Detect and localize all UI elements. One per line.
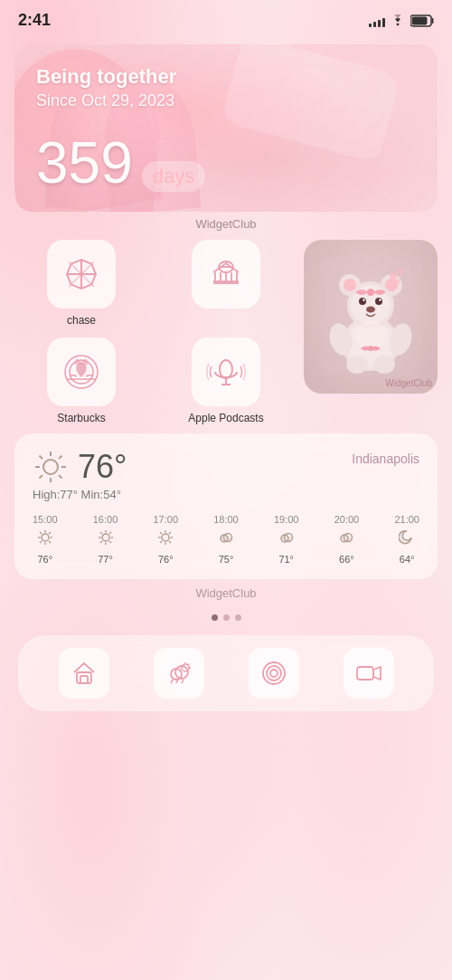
hour-time: 20:00 [334,514,360,525]
svg-line-74 [109,541,111,543]
svg-point-38 [366,307,375,313]
page-dot-1[interactable] [212,614,218,621]
hour-time: 15:00 [33,514,58,525]
svg-rect-96 [80,676,88,683]
svg-line-58 [40,475,43,479]
starbucks-icon[interactable] [47,338,116,406]
svg-point-43 [398,269,403,274]
starbucks-label: Starbucks [57,412,105,424]
bank-icon[interactable] [192,240,260,309]
hour-time: 16:00 [93,514,118,525]
bank-logo-svg [206,254,246,294]
dock [18,635,434,711]
weather-city: Indianapolis [352,452,419,466]
teddy-bear-image: WidgetClub [304,240,438,394]
svg-point-108 [270,670,278,677]
svg-line-55 [40,456,43,460]
status-icons [369,14,434,27]
svg-line-82 [160,532,162,534]
wifi-icon [390,14,406,27]
app-cell-starbucks[interactable]: Starbucks [14,338,148,424]
love-days-row: 359 days [36,134,416,192]
love-widget: Being together Since Oct 29, 2023 359 da… [14,44,438,212]
hour-weather-icon [157,529,174,549]
hour-weather-icon [37,529,53,549]
teddy-bear-widget: WidgetClub [304,240,438,394]
chase-icon[interactable] [47,240,116,309]
status-bar: 2:41 [0,0,452,37]
svg-line-64 [40,532,42,534]
svg-point-42 [390,272,397,280]
hour-temperature: 64° [400,554,415,565]
dock-home-icon[interactable] [59,648,109,699]
page-dot-2[interactable] [223,614,230,621]
svg-line-73 [100,532,102,534]
svg-rect-109 [357,667,373,680]
app-cell-chase[interactable]: chase [14,240,148,327]
svg-point-44 [395,279,400,284]
svg-point-34 [359,298,366,305]
hour-temperature: 71° [278,554,294,565]
dock-weather-icon[interactable] [154,648,204,699]
hour-weather-icon [399,529,415,549]
svg-line-57 [59,456,62,460]
svg-line-101 [182,680,184,683]
page-dots [0,604,452,635]
hour-column: 16:0077° [93,514,118,565]
love-title-group: Being together Since Oct 29, 2023 [36,64,416,111]
dock-camera-icon[interactable] [344,648,394,699]
hour-weather-icon [338,529,354,549]
svg-rect-2 [412,16,428,24]
svg-line-65 [49,541,51,543]
sun-icon [33,449,69,485]
weather-left: 76° High:77° Min:54° [33,448,127,501]
svg-rect-91 [281,537,292,541]
svg-point-50 [43,460,58,474]
page-dot-3[interactable] [235,614,241,621]
app-grid: chase [14,240,438,424]
svg-line-85 [160,541,162,543]
svg-point-35 [375,298,382,305]
weather-temperature: 76° [78,448,127,486]
svg-line-84 [169,532,171,534]
svg-point-37 [379,299,381,300]
hour-weather-icon [98,529,114,549]
podcasts-icon[interactable] [192,338,260,406]
svg-line-105 [188,664,190,666]
teddy-bear-svg [321,258,420,376]
svg-rect-88 [221,537,231,541]
hour-time: 18:00 [213,514,239,525]
love-title: Being together [36,64,416,90]
svg-line-83 [169,541,171,543]
signal-icon [369,14,385,27]
svg-line-56 [59,475,62,479]
svg-point-39 [367,289,374,296]
hour-column: 15:0076° [33,514,58,565]
love-subtitle: Since Oct 29, 2023 [36,90,416,111]
svg-point-68 [102,534,109,541]
svg-point-41 [368,346,373,351]
weather-temp-row: 76° [33,448,127,486]
svg-line-75 [109,532,111,534]
weather-widget: 76° High:77° Min:54° Indianapolis 15:007… [14,433,438,579]
svg-point-32 [344,279,356,291]
love-days-label: days [142,161,205,192]
svg-point-36 [363,299,364,300]
svg-point-77 [162,534,169,541]
svg-rect-94 [341,537,352,541]
app-cell-podcasts[interactable]: Apple Podcasts [159,338,293,424]
svg-line-11 [81,274,94,287]
hour-temperature: 66° [339,554,354,565]
app-cell-bank[interactable] [159,240,293,327]
chase-logo-svg [61,254,101,294]
podcasts-logo-svg [206,352,246,392]
teddy-widgetclub-label: WidgetClub [385,378,432,388]
hour-temperature: 77° [98,554,113,565]
hour-column: 19:0071° [274,514,299,565]
dock-target-icon[interactable] [249,648,299,699]
svg-line-66 [49,532,51,534]
hour-column: 17:0076° [153,514,178,565]
starbucks-logo-svg [61,352,101,392]
widgetclub-label-1: WidgetClub [0,212,452,240]
hour-weather-icon [218,529,234,549]
